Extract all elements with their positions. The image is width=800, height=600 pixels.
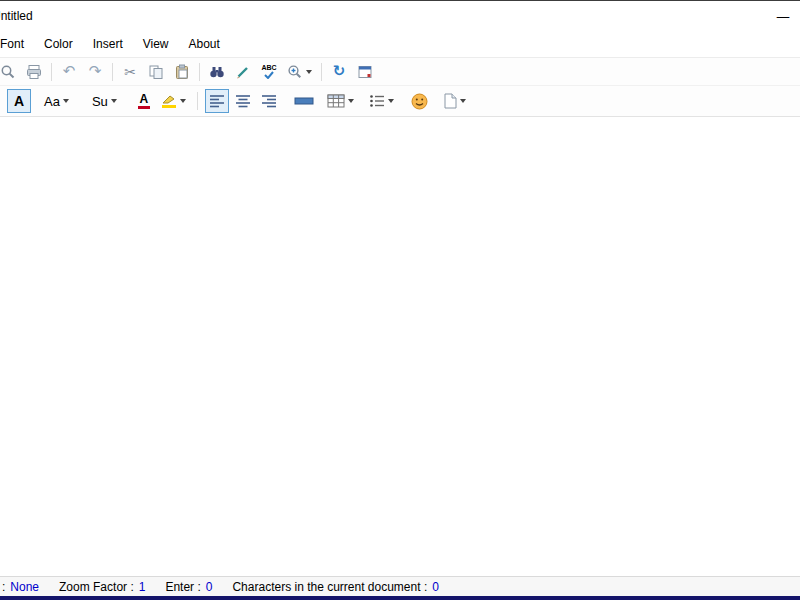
copy-button[interactable] — [144, 60, 168, 84]
emoji-icon — [411, 93, 428, 110]
format-toolbar: A Aa Su A — [0, 85, 800, 117]
toolbar-separator — [112, 63, 113, 81]
print-preview-button[interactable] — [0, 60, 20, 84]
refresh-icon: ↻ — [333, 64, 346, 79]
status-selection-value: None — [10, 580, 39, 594]
align-right-icon — [261, 94, 277, 108]
find-button[interactable] — [205, 60, 229, 84]
menu-bar: Font Color Insert View About — [0, 31, 800, 57]
menu-color[interactable]: Color — [34, 31, 83, 57]
paste-button[interactable] — [170, 60, 194, 84]
font-color-icon: A — [138, 93, 150, 109]
undo-icon: ↶ — [63, 64, 76, 79]
spell-check-button[interactable]: ABC — [257, 60, 281, 84]
toolbar-separator — [197, 92, 198, 110]
menu-insert[interactable]: Insert — [83, 31, 133, 57]
find-icon — [209, 64, 225, 80]
chevron-down-icon — [460, 99, 466, 103]
chevron-down-icon — [348, 99, 354, 103]
zoom-icon — [287, 64, 303, 80]
chevron-down-icon — [63, 99, 69, 103]
status-enter: Enter : 0 — [165, 580, 212, 594]
main-toolbar: ↶ ↷ ✂ ABC — [0, 57, 800, 85]
change-case-dropdown[interactable]: Aa — [40, 89, 73, 113]
copy-icon — [148, 64, 164, 80]
chevron-down-icon — [180, 99, 186, 103]
list-dropdown[interactable] — [365, 89, 398, 113]
status-selection: : None — [2, 580, 39, 594]
bottom-strip — [0, 596, 800, 600]
chevron-down-icon — [306, 70, 312, 74]
redo-button[interactable]: ↷ — [83, 60, 107, 84]
title-bar: Untitled — — [0, 1, 800, 31]
superscript-dropdown[interactable]: Su — [88, 89, 121, 113]
font-toggle-button[interactable]: A — [7, 89, 31, 113]
highlight-dropdown[interactable] — [158, 89, 190, 113]
cut-icon: ✂ — [124, 65, 136, 79]
redo-icon: ↷ — [89, 64, 102, 79]
status-char-count-value: 0 — [432, 580, 439, 594]
align-center-button[interactable] — [231, 89, 255, 113]
emoji-button[interactable] — [407, 89, 432, 113]
align-center-icon — [235, 94, 251, 108]
page-icon — [443, 93, 457, 109]
toolbar-separator — [199, 63, 200, 81]
paste-icon — [174, 64, 190, 80]
status-bar: : None Zoom Factor : 1 Enter : 0 Charact… — [0, 576, 800, 596]
page-dropdown[interactable] — [439, 89, 470, 113]
chevron-down-icon — [111, 99, 117, 103]
horizontal-line-button[interactable] — [290, 89, 318, 113]
status-zoom-value: 1 — [139, 580, 146, 594]
document-area[interactable] — [0, 117, 800, 576]
spell-check-icon: ABC — [261, 64, 276, 79]
highlight-icon — [162, 94, 177, 108]
align-right-button[interactable] — [257, 89, 281, 113]
app-window: Untitled — Font Color Insert View About … — [0, 0, 800, 600]
cut-button[interactable]: ✂ — [118, 60, 142, 84]
zoom-button[interactable] — [283, 60, 316, 84]
undo-button[interactable]: ↶ — [57, 60, 81, 84]
table-dropdown[interactable] — [323, 89, 358, 113]
status-enter-value: 0 — [206, 580, 213, 594]
print-preview-icon — [0, 64, 16, 80]
list-icon — [369, 94, 385, 108]
refresh-button[interactable]: ↻ — [327, 60, 351, 84]
table-icon — [327, 94, 345, 108]
status-char-count: Characters in the current document : 0 — [232, 580, 438, 594]
date-time-icon — [357, 64, 373, 80]
print-icon — [26, 64, 42, 80]
font-color-button[interactable]: A — [132, 89, 156, 113]
minimize-button[interactable]: — — [776, 9, 790, 23]
menu-view[interactable]: View — [133, 31, 179, 57]
print-button[interactable] — [22, 60, 46, 84]
menu-about[interactable]: About — [179, 31, 230, 57]
align-left-button[interactable] — [205, 89, 229, 113]
menu-font[interactable]: Font — [0, 31, 34, 57]
status-zoom-factor: Zoom Factor : 1 — [59, 580, 145, 594]
horizontal-line-icon — [294, 95, 314, 107]
edit-pen-icon — [235, 64, 251, 80]
edit-pen-button[interactable] — [231, 60, 255, 84]
toolbar-separator — [321, 63, 322, 81]
toolbar-separator — [51, 63, 52, 81]
chevron-down-icon — [388, 99, 394, 103]
align-left-icon — [209, 94, 225, 108]
date-time-button[interactable] — [353, 60, 377, 84]
window-title: Untitled — [0, 9, 33, 23]
